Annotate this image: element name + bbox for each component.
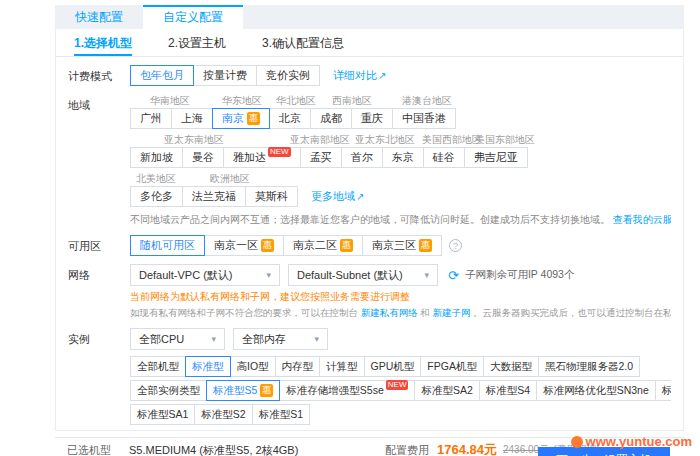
create-vpc-link[interactable]: 新建私有网络 bbox=[361, 307, 418, 318]
more-regions-link[interactable]: 更多地域↗ bbox=[311, 189, 364, 204]
zone-button[interactable]: 南京三区 惠 bbox=[362, 235, 442, 256]
step-item[interactable]: 1.选择机型 bbox=[74, 29, 132, 56]
region-button[interactable]: 东京 bbox=[382, 147, 424, 168]
family-button-label: 全部机型 bbox=[137, 360, 179, 374]
network-warning: 当前网络为默认私有网络和子网，建议您按照业务需要进行调整 bbox=[130, 290, 671, 304]
config-tab[interactable]: 自定义配置 bbox=[143, 5, 243, 29]
instance-type-button[interactable]: 标准型S3 bbox=[655, 380, 671, 401]
region-group-label: 欧洲地区 bbox=[210, 172, 250, 186]
instance-type-label: 全部实例类型 bbox=[137, 384, 200, 398]
instance-type-label: 标准型SA1 bbox=[137, 408, 188, 422]
selected-model-value: S5.MEDIUM4 (标准型S5, 2核4GB) bbox=[129, 443, 385, 456]
instance-type-button[interactable]: 标准网络优化型SN3ne bbox=[536, 380, 656, 401]
region-button[interactable]: 重庆 bbox=[351, 108, 393, 129]
network-tip: 如现有私有网络和子网不符合您的要求，可以在控制台 新建私有网络 和 新建子网 。… bbox=[130, 307, 671, 320]
family-button-label: FPGA机型 bbox=[427, 360, 477, 374]
subnet-select-value: Default-Subnet (默认) bbox=[297, 268, 403, 283]
family-button[interactable]: 大数据型 bbox=[483, 356, 539, 377]
zone-button[interactable]: 随机可用区 bbox=[130, 235, 205, 256]
region-button[interactable]: 首尔 bbox=[341, 147, 383, 168]
instance-type-button[interactable]: 标准型S2 bbox=[194, 404, 252, 425]
billing-option-button[interactable]: 竞价实例 bbox=[256, 65, 320, 86]
external-link-icon: ↗ bbox=[356, 191, 364, 202]
zone-button[interactable]: 南京一区 惠 bbox=[204, 235, 284, 256]
region-button[interactable]: 曼谷 bbox=[182, 147, 224, 168]
refresh-icon[interactable]: ⟳ bbox=[448, 268, 459, 283]
create-subnet-link[interactable]: 新建子网 bbox=[432, 307, 470, 318]
zone-button-label: 南京三区 bbox=[372, 238, 416, 253]
family-button-label: 内存型 bbox=[282, 360, 314, 374]
region-button[interactable]: 新加坡 bbox=[130, 147, 183, 168]
network-row: 网络 Default-VPC (默认) ▾ Default-Subnet (默认… bbox=[56, 264, 683, 320]
region-button[interactable]: 硅谷 bbox=[423, 147, 465, 168]
subnet-select[interactable]: Default-Subnet (默认) ▾ bbox=[288, 264, 438, 286]
region-button[interactable]: 成都 bbox=[310, 108, 352, 129]
region-button[interactable]: 弗吉尼亚 bbox=[464, 147, 528, 168]
chevron-down-icon: ▾ bbox=[211, 334, 216, 344]
help-icon[interactable]: ? bbox=[449, 239, 462, 252]
network-label: 网络 bbox=[68, 264, 130, 320]
family-button[interactable]: 黑石物理服务器2.0 bbox=[538, 356, 640, 377]
region-button[interactable]: 中国香港 bbox=[392, 108, 456, 129]
instance-type-label: 标准型SA2 bbox=[421, 384, 472, 398]
region-button[interactable]: 雅加达 NEW bbox=[223, 147, 301, 168]
instance-label: 实例 bbox=[68, 328, 130, 425]
zone-label: 可用区 bbox=[68, 235, 130, 256]
billing-option-label: 按量计费 bbox=[203, 68, 247, 83]
instance-type-button[interactable]: 全部实例类型 bbox=[130, 380, 207, 401]
region-group-label: 西南地区 bbox=[332, 94, 372, 108]
family-button[interactable]: FPGA机型 bbox=[420, 356, 484, 377]
region-button[interactable]: 孟买 bbox=[300, 147, 342, 168]
region-button-label: 上海 bbox=[181, 111, 203, 126]
instance-type-button[interactable]: 标准型SA1 bbox=[130, 404, 195, 425]
region-button-label: 东京 bbox=[392, 150, 414, 165]
next-step-button[interactable]: 下一步：设置主机 bbox=[538, 447, 670, 456]
family-button[interactable]: GPU机型 bbox=[364, 356, 422, 377]
region-button-label: 中国香港 bbox=[402, 111, 446, 126]
billing-option-button[interactable]: 按量计费 bbox=[193, 65, 257, 86]
family-button[interactable]: 内存型 bbox=[275, 356, 321, 377]
step-item[interactable]: 3.确认配置信息 bbox=[262, 29, 344, 56]
region-button[interactable]: 北京 bbox=[269, 108, 311, 129]
discount-badge: 惠 bbox=[340, 239, 353, 252]
external-link-icon: ↗ bbox=[378, 70, 386, 81]
region-button[interactable]: 上海 bbox=[171, 108, 213, 129]
instance-type-button[interactable]: 标准型S1 bbox=[252, 404, 310, 425]
type-badge: 惠 bbox=[260, 384, 273, 397]
instance-type-button[interactable]: 标准存储增强型S5se NEW bbox=[279, 380, 415, 401]
config-tab[interactable]: 快速配置 bbox=[55, 5, 143, 29]
remaining-ip-text: 子网剩余可用IP 4093个 bbox=[465, 268, 575, 282]
region-button[interactable]: 多伦多 bbox=[130, 186, 183, 207]
instance-type-button[interactable]: 标准型S4 bbox=[479, 380, 537, 401]
family-button[interactable]: 高IO型 bbox=[230, 356, 276, 377]
chevron-down-icon: ▾ bbox=[266, 270, 271, 280]
billing-mode-row: 计费模式 包年包月 按量计费 竞价实例 详细对比↗ bbox=[56, 65, 683, 86]
my-cvm-region-link[interactable]: 查看我的云服务器地域 bbox=[613, 214, 671, 225]
region-button[interactable]: 法兰克福 bbox=[182, 186, 246, 207]
family-button-label: 计算型 bbox=[326, 360, 358, 374]
chevron-down-icon: ▾ bbox=[424, 270, 429, 280]
instance-type-button[interactable]: 标准型S5 惠 bbox=[206, 380, 280, 401]
region-button[interactable]: 广州 bbox=[130, 108, 172, 129]
memory-filter-select[interactable]: 全部内存 ▾ bbox=[233, 328, 328, 350]
new-badge: NEW bbox=[268, 147, 291, 157]
family-button[interactable]: 标准型 bbox=[185, 356, 231, 377]
family-button[interactable]: 全部机型 bbox=[130, 356, 186, 377]
region-group-label: 美国西部地区 bbox=[422, 133, 482, 147]
chevron-down-icon: ▾ bbox=[314, 334, 319, 344]
billing-mode-label: 计费模式 bbox=[68, 65, 130, 86]
region-button-label: 莫斯科 bbox=[255, 189, 288, 204]
region-button[interactable]: 莫斯科 bbox=[245, 186, 298, 207]
region-group-row-2: 亚太东南地区亚太南部地区亚太东北地区美国西部地区美国东部地区 bbox=[130, 133, 671, 145]
zone-button[interactable]: 南京二区 惠 bbox=[283, 235, 363, 256]
region-button[interactable]: 南京 惠 bbox=[212, 108, 270, 129]
vpc-select[interactable]: Default-VPC (默认) ▾ bbox=[130, 264, 280, 286]
region-group-row-1: 华南地区华东地区华北地区西南地区港澳台地区 bbox=[130, 94, 671, 106]
family-button[interactable]: 计算型 bbox=[319, 356, 365, 377]
billing-option-button[interactable]: 包年包月 bbox=[130, 65, 194, 86]
instance-type-button[interactable]: 标准型SA2 bbox=[414, 380, 479, 401]
step-item[interactable]: 2.设置主机 bbox=[168, 29, 226, 56]
cpu-filter-select[interactable]: 全部CPU ▾ bbox=[130, 328, 225, 350]
region-group-label: 亚太东北地区 bbox=[355, 133, 415, 147]
billing-compare-link[interactable]: 详细对比↗ bbox=[333, 68, 386, 83]
